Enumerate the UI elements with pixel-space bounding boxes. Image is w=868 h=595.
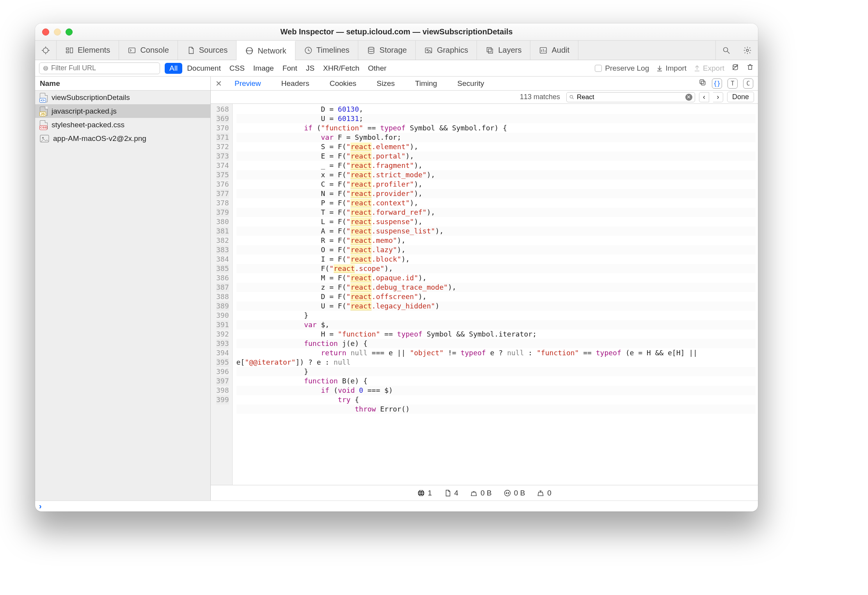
- code-content[interactable]: D = 60130, U = 60131; if ("function" == …: [233, 104, 758, 485]
- filter-all-pill[interactable]: All: [165, 63, 182, 74]
- no-cache-button[interactable]: [731, 63, 739, 73]
- html-file-icon: <>: [40, 93, 48, 102]
- svg-point-14: [427, 49, 429, 51]
- document-icon: [444, 489, 452, 497]
- inspector-toolbar: Elements Console Sources Network Timelin…: [35, 41, 758, 60]
- clear-button[interactable]: [746, 63, 754, 73]
- response-tab-security[interactable]: Security: [457, 79, 484, 88]
- response-tab-cookies[interactable]: Cookies: [329, 79, 356, 88]
- svg-point-0: [43, 48, 48, 53]
- img-file-icon: [40, 135, 49, 143]
- request-row[interactable]: JSjavascript-packed.js: [35, 104, 210, 118]
- filter-bar: All DocumentCSSImageFontJSXHR/FetchOther…: [35, 60, 758, 77]
- tab-storage[interactable]: Storage: [358, 41, 416, 60]
- download-icon: [656, 65, 663, 72]
- response-tab-sizes[interactable]: Sizes: [377, 79, 395, 88]
- search-icon: [569, 94, 575, 100]
- tab-sources[interactable]: Sources: [178, 41, 237, 60]
- tab-console[interactable]: Console: [119, 41, 178, 60]
- settings-button[interactable]: [737, 41, 758, 60]
- svg-point-40: [504, 490, 510, 496]
- type-profile-button[interactable]: T: [727, 78, 738, 89]
- export-button[interactable]: Export: [694, 64, 724, 73]
- coverage-button[interactable]: C: [743, 78, 753, 89]
- tab-timelines[interactable]: Timelines: [295, 41, 359, 60]
- request-name: viewSubscriptionDetails: [52, 93, 130, 102]
- search-input[interactable]: ✕: [566, 92, 695, 102]
- svg-rect-5: [66, 48, 69, 50]
- filter-icon: [43, 65, 49, 71]
- filter-url-field[interactable]: [51, 64, 157, 72]
- response-tab-preview[interactable]: Preview: [235, 79, 261, 88]
- tab-storage-label: Storage: [379, 46, 407, 55]
- svg-point-32: [42, 137, 44, 139]
- css-file-icon: CSS: [40, 120, 48, 130]
- code-view[interactable]: 3683693703713723733743753763773783793803…: [211, 104, 758, 485]
- stopwatch-icon: [537, 489, 544, 497]
- summary-transferred: 0 B: [470, 489, 492, 497]
- filter-type-document[interactable]: Document: [187, 64, 221, 73]
- tab-sources-label: Sources: [199, 46, 228, 55]
- gear-icon: [743, 46, 752, 55]
- graphics-icon: [424, 46, 433, 55]
- titlebar: Web Inspector — setup.icloud.com — viewS…: [35, 23, 758, 41]
- filter-url-input[interactable]: [39, 62, 160, 74]
- response-panel: ✕ PreviewHeadersCookiesSizesTimingSecuri…: [211, 77, 758, 501]
- tab-layers-label: Layers: [498, 46, 521, 55]
- inspect-element-button[interactable]: [35, 41, 57, 60]
- svg-point-18: [724, 47, 728, 52]
- svg-rect-6: [66, 51, 69, 53]
- request-list: <>viewSubscriptionDetailsJSjavascript-pa…: [35, 91, 210, 501]
- filter-type-js[interactable]: JS: [306, 64, 315, 73]
- import-button[interactable]: Import: [656, 64, 687, 73]
- upload-icon: [694, 65, 701, 72]
- sidebar-header[interactable]: Name: [35, 77, 210, 91]
- copy-icon: [699, 78, 706, 86]
- console-icon: [128, 46, 136, 55]
- filter-type-font[interactable]: Font: [283, 64, 297, 73]
- summary-time: 0: [537, 489, 551, 497]
- search-prev-button[interactable]: ‹: [699, 92, 709, 102]
- request-row[interactable]: CSSstylesheet-packed.css: [35, 118, 210, 132]
- svg-line-36: [573, 98, 574, 99]
- clear-search-button[interactable]: ✕: [685, 94, 692, 101]
- trash-icon: [746, 63, 754, 71]
- tab-elements[interactable]: Elements: [57, 41, 119, 60]
- filter-type-other[interactable]: Other: [368, 64, 387, 73]
- close-panel-button[interactable]: ✕: [215, 79, 222, 88]
- tab-audit[interactable]: Audit: [530, 41, 578, 60]
- filter-type-image[interactable]: Image: [253, 64, 274, 73]
- storage-icon: [367, 46, 375, 55]
- request-name: stylesheet-packed.css: [52, 121, 125, 129]
- globe-icon: [417, 489, 425, 497]
- search-done-button[interactable]: Done: [727, 92, 754, 102]
- copy-button[interactable]: [699, 78, 706, 88]
- elements-icon: [65, 46, 74, 55]
- pretty-print-button[interactable]: {}: [712, 78, 722, 89]
- svg-rect-16: [489, 49, 493, 53]
- search-field[interactable]: [577, 93, 683, 101]
- filter-type-xhrfetch[interactable]: XHR/Fetch: [323, 64, 359, 73]
- weight-up-icon: [470, 489, 478, 497]
- export-label: Export: [703, 64, 724, 73]
- svg-rect-15: [487, 47, 491, 52]
- request-row[interactable]: <>viewSubscriptionDetails: [35, 91, 210, 104]
- tab-network[interactable]: Network: [237, 41, 295, 60]
- preserve-log-label: Preserve Log: [605, 64, 649, 73]
- search-next-button[interactable]: ›: [713, 92, 723, 102]
- timelines-icon: [304, 46, 313, 55]
- search-icon: [722, 46, 731, 55]
- svg-point-20: [746, 49, 749, 52]
- request-name: javascript-packed.js: [52, 107, 117, 116]
- search-button[interactable]: [716, 41, 737, 60]
- tab-layers[interactable]: Layers: [477, 41, 530, 60]
- preserve-log-toggle[interactable]: Preserve Log: [595, 64, 649, 73]
- filter-type-css[interactable]: CSS: [229, 64, 245, 73]
- request-row[interactable]: app-AM-macOS-v2@2x.png: [35, 132, 210, 145]
- summary-size: 0 B: [503, 489, 525, 497]
- tab-graphics[interactable]: Graphics: [416, 41, 477, 60]
- console-prompt[interactable]: ›: [35, 501, 758, 511]
- tab-elements-label: Elements: [78, 46, 110, 55]
- response-tab-timing[interactable]: Timing: [415, 79, 437, 88]
- response-tab-headers[interactable]: Headers: [281, 79, 309, 88]
